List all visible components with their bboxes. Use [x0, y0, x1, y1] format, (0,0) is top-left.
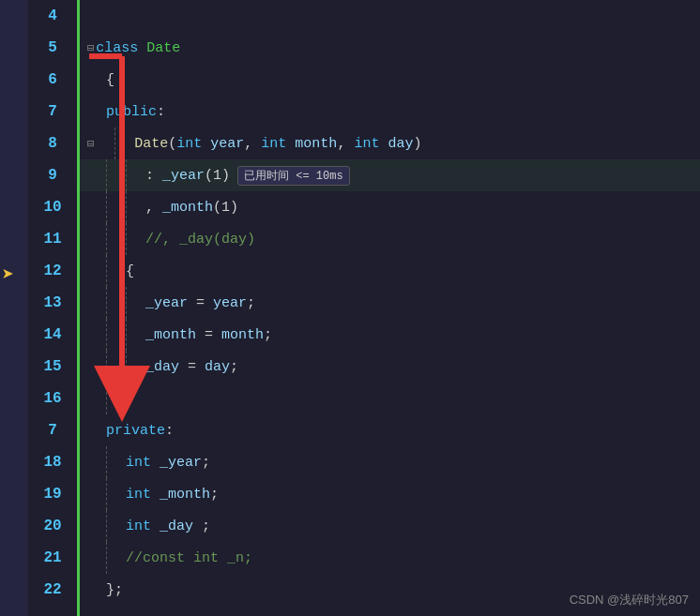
line-4: 4	[28, 0, 77, 32]
code-line-20: int _day ;	[80, 510, 700, 542]
assign-month-r: month	[221, 327, 264, 343]
code-line-15: _day = day ;	[80, 351, 700, 383]
editor-container: ➤ 4 5 6 7 8 9 10 11 12 13 14 15 16 7 18 …	[0, 0, 700, 616]
code-line-18: int _year ;	[80, 446, 700, 478]
code-line-10: , _month (1)	[80, 191, 700, 223]
left-panel: ➤	[0, 0, 28, 616]
line-22: 22	[28, 574, 77, 606]
kw-int1: int	[176, 136, 202, 152]
space4	[379, 136, 388, 152]
kw-public: public	[106, 104, 157, 120]
code-line-21: //const int _n;	[80, 542, 700, 574]
space2	[202, 136, 210, 152]
line-13: 13	[28, 287, 77, 319]
timing-badge: 已用时间 <= 10ms	[237, 166, 350, 186]
code-line-11: //, _day(day)	[80, 223, 700, 255]
kw-int-day: int	[126, 518, 151, 534]
code-line-13: _year = year ;	[80, 287, 700, 319]
semi-m: ;	[210, 487, 219, 503]
brace-open-2: {	[126, 263, 134, 279]
code-line-17: private :	[80, 414, 700, 446]
line-11: 11	[28, 223, 77, 255]
colon-priv: :	[165, 423, 174, 439]
line-6: 6	[28, 64, 77, 96]
eq3: =	[179, 359, 205, 375]
line-8: 8	[28, 128, 77, 159]
line-20: 20	[28, 510, 77, 542]
class-name: Date	[146, 40, 180, 56]
assign-month-l: _month	[145, 327, 196, 343]
paren-1: (1)	[205, 168, 230, 184]
assign-day-l: _day	[145, 359, 179, 375]
code-line-8: ⊟ Date ( int year , int month , int day …	[80, 128, 700, 159]
semi1: ;	[247, 295, 255, 311]
kw-int-year: int	[126, 455, 151, 471]
code-line-4	[80, 0, 700, 32]
code-line-7: public :	[80, 96, 700, 128]
code-line-14: _month = month ;	[80, 319, 700, 351]
comma1: ,	[244, 136, 261, 152]
semi-y: ;	[202, 455, 210, 471]
line-15: 15	[28, 351, 77, 383]
fold-5[interactable]: ⊟	[87, 41, 94, 55]
paren-close: )	[413, 136, 421, 152]
eq1: =	[188, 295, 213, 311]
code-area: ⊟ class Date { public : ⊟ Date ( int yea…	[80, 0, 700, 616]
code-line-19: int _month ;	[80, 478, 700, 510]
line-16: 16	[28, 383, 77, 414]
assign-year-r: year	[213, 295, 247, 311]
assign-year-l: _year	[145, 295, 188, 311]
line-14: 14	[28, 319, 77, 351]
closing-brace: };	[106, 582, 123, 598]
field-day: _day	[160, 518, 193, 534]
line-7: 7	[28, 96, 77, 128]
fold-8[interactable]: ⊟	[87, 137, 94, 151]
kw-int-month: int	[126, 487, 151, 503]
eq2: =	[196, 327, 221, 343]
code-line-5: ⊟ class Date	[80, 32, 700, 64]
comment-day: //, _day(day)	[145, 232, 255, 248]
param-year: year	[210, 136, 244, 152]
line-21: 21	[28, 542, 77, 574]
comma2: ,	[337, 136, 354, 152]
assign-day-r: day	[205, 359, 230, 375]
line-17: 7	[28, 414, 77, 446]
kw-class: class	[96, 40, 138, 56]
semi2: ;	[264, 327, 272, 343]
kw-private: private	[106, 423, 165, 439]
code-line-6: {	[80, 64, 700, 96]
sp2	[151, 487, 160, 503]
kw-int3: int	[354, 136, 379, 152]
param-day: day	[388, 136, 413, 152]
line-19: 19	[28, 478, 77, 510]
func-name: Date	[134, 136, 168, 152]
brace-open: {	[106, 72, 114, 88]
kw-int2: int	[261, 136, 286, 152]
code-line-12: {	[80, 255, 700, 287]
comment-n: //const int _n;	[126, 550, 252, 566]
line-9: 9	[28, 159, 77, 191]
brace-close-2: }	[126, 391, 134, 407]
field-year: _year	[160, 455, 202, 471]
param-month: month	[295, 136, 337, 152]
line-12: 12	[28, 255, 77, 287]
paren: (	[168, 136, 176, 152]
sp3	[151, 518, 160, 534]
code-line-9: : _year (1) 已用时间 <= 10ms	[80, 159, 700, 191]
paren-month: (1)	[213, 200, 238, 216]
code-line-16: }	[80, 383, 700, 414]
line-18: 18	[28, 446, 77, 478]
line-5: 5	[28, 32, 77, 64]
semi-d: ;	[193, 518, 210, 534]
comma-month: ,	[145, 200, 162, 216]
member-month: _month	[162, 200, 213, 216]
watermark: CSDN @浅碎时光807	[570, 592, 689, 608]
sp1	[151, 455, 160, 471]
space	[138, 40, 146, 56]
semi3: ;	[230, 359, 238, 375]
line-10: 10	[28, 191, 77, 223]
colon-init: :	[145, 168, 162, 184]
member-year: _year	[162, 168, 205, 184]
colon: :	[157, 104, 165, 120]
current-line-arrow: ➤	[2, 263, 14, 288]
